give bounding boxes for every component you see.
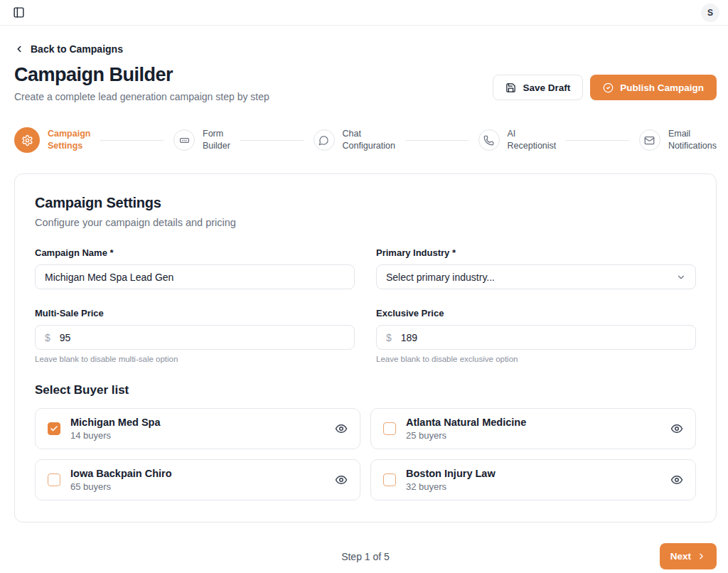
multi-sale-price-label: Multi-Sale Price [35,308,355,318]
buyer-section-title: Select Buyer list [35,383,696,397]
step-connector [240,140,304,141]
step-label: CampaignSettings [48,128,90,152]
multi-sale-price-input[interactable] [60,332,345,343]
wizard-stepper: CampaignSettings FormBuilder ChatConfigu… [14,127,717,153]
chevron-left-icon [14,44,24,54]
multi-sale-helper-text: Leave blank to disable multi-sale option [35,355,355,363]
buyer-checkbox[interactable] [383,473,396,486]
chevron-down-icon [676,272,686,282]
step-email-notifications[interactable]: EmailNotifications [639,128,717,152]
save-draft-label: Save Draft [523,82,570,93]
exclusive-price-field: $ [376,325,696,350]
back-to-campaigns-link[interactable]: Back to Campaigns [14,43,123,55]
save-draft-button[interactable]: Save Draft [493,75,583,100]
campaign-name-input[interactable] [35,264,355,289]
sidebar-toggle-icon[interactable] [13,6,26,19]
next-button[interactable]: Next [660,543,717,569]
buyer-checkbox[interactable] [383,422,396,435]
step-label: FormBuilder [203,128,230,152]
multi-sale-price-field: $ [35,325,355,350]
eye-icon[interactable] [335,473,348,486]
eye-icon[interactable] [670,422,683,435]
buyer-card-michigan-med-spa[interactable]: Michigan Med Spa 14 buyers [35,408,360,449]
next-button-label: Next [670,551,691,562]
exclusive-helper-text: Leave blank to disable exclusive option [376,355,696,363]
buyer-card-boston-injury-law[interactable]: Boston Injury Law 32 buyers [370,459,696,500]
phone-icon [478,129,500,151]
buyer-name: Boston Injury Law [406,468,660,479]
buyer-card-atlanta-natural-medicine[interactable]: Atlanta Natural Medicine 25 buyers [370,408,696,449]
campaign-settings-card: Campaign Settings Configure your campaig… [14,173,717,523]
exclusive-price-label: Exclusive Price [376,308,696,318]
form-input-icon [173,129,195,151]
buyer-info: Iowa Backpain Chiro 65 buyers [70,468,325,492]
primary-industry-label: Primary Industry * [376,247,696,258]
mail-icon [639,129,660,151]
primary-industry-selected-value: Select primary industry... [386,272,495,283]
gear-icon [14,127,40,153]
wizard-footer: Step 1 of 5 Next [14,543,717,569]
buyer-name: Atlanta Natural Medicine [406,417,660,428]
step-label: AIReceptionist [508,128,557,152]
step-chat-configuration[interactable]: ChatConfiguration [314,128,395,152]
page-header: Campaign Builder Create a complete lead … [14,64,269,102]
user-avatar[interactable]: S [701,4,719,22]
buyer-count: 65 buyers [70,481,325,492]
step-connector [566,140,629,141]
buyer-card-iowa-backpain-chiro[interactable]: Iowa Backpain Chiro 65 buyers [35,459,360,500]
check-circle-icon [603,82,614,93]
buyer-name: Michigan Med Spa [70,417,325,428]
campaign-name-label: Campaign Name * [35,247,355,258]
currency-prefix: $ [386,332,392,343]
step-form-builder[interactable]: FormBuilder [173,128,230,152]
buyer-count: 14 buyers [70,430,325,441]
step-campaign-settings[interactable]: CampaignSettings [14,127,90,153]
buyer-info: Michigan Med Spa 14 buyers [70,417,325,441]
buyer-list: Michigan Med Spa 14 buyers Atlanta Natur… [35,408,696,500]
buyer-info: Atlanta Natural Medicine 25 buyers [406,417,660,441]
step-indicator: Step 1 of 5 [341,551,390,562]
chat-bubble-icon [314,129,335,151]
step-connector [405,140,469,141]
section-subtitle: Configure your campaign details and pric… [35,217,696,228]
section-title: Campaign Settings [35,195,696,211]
currency-prefix: $ [45,332,50,343]
step-label: ChatConfiguration [343,128,395,152]
eye-icon[interactable] [670,473,683,486]
publish-campaign-label: Publish Campaign [620,82,704,93]
step-label: EmailNotifications [668,128,717,152]
buyer-info: Boston Injury Law 32 buyers [406,468,660,492]
step-connector [100,140,164,141]
save-icon [505,82,516,93]
buyer-count: 25 buyers [406,430,660,441]
top-bar: S [0,0,728,26]
buyer-count: 32 buyers [406,481,660,492]
buyer-name: Iowa Backpain Chiro [70,468,325,479]
page-subtitle: Create a complete lead generation campai… [14,91,269,102]
publish-campaign-button[interactable]: Publish Campaign [590,75,717,100]
exclusive-price-input[interactable] [401,332,686,343]
primary-industry-select[interactable]: Select primary industry... [376,264,696,289]
back-link-label: Back to Campaigns [31,43,123,55]
chevron-right-icon [697,552,706,561]
eye-icon[interactable] [335,422,348,435]
buyer-checkbox[interactable] [48,422,60,435]
step-ai-receptionist[interactable]: AIReceptionist [478,128,557,152]
buyer-checkbox[interactable] [48,473,60,486]
page-title: Campaign Builder [14,64,269,86]
